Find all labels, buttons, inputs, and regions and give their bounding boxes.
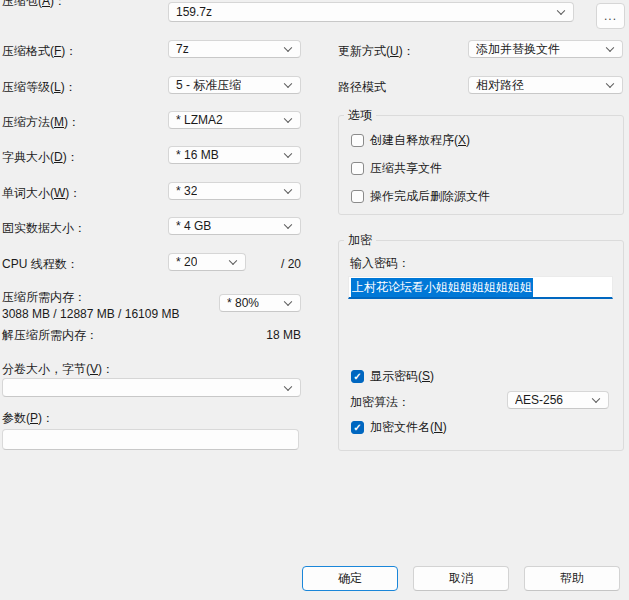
chevron-down-icon <box>284 185 292 193</box>
level-label: 压缩等级(L)： <box>2 80 77 94</box>
update-mode-label: 更新方式(U)： <box>338 44 415 58</box>
create-sfx-checkbox[interactable]: 创建自释放程序(X) <box>351 132 470 149</box>
chevron-down-icon <box>606 43 614 51</box>
browse-button[interactable]: ... <box>596 3 625 29</box>
chevron-down-icon <box>284 114 292 122</box>
archive-name-combo[interactable]: 159.7z <box>168 2 574 22</box>
dictionary-size-combo[interactable]: * 16 MB <box>168 146 301 164</box>
path-mode-label: 路径模式 <box>338 80 386 94</box>
chevron-down-icon <box>592 394 600 402</box>
volume-size-combo[interactable] <box>2 378 301 397</box>
chevron-down-icon <box>606 79 614 87</box>
cpu-threads-combo[interactable]: * 20 <box>168 253 246 271</box>
password-selected-text: 上村花论坛看小姐姐姐姐姐姐姐姐 <box>351 278 533 297</box>
encrypt-filenames-label: 加密文件名(N) <box>370 419 447 436</box>
checkbox-checked-icon[interactable]: ✓ <box>351 370 364 383</box>
checkbox-unchecked-icon[interactable] <box>351 134 364 147</box>
format-label: 压缩格式(F)： <box>2 44 77 58</box>
word-size-label: 单词大小(W)： <box>2 186 81 200</box>
password-label: 输入密码： <box>350 256 410 270</box>
path-mode-combo[interactable]: 相对路径 <box>468 76 623 94</box>
parameters-label: 参数(P)： <box>2 411 54 425</box>
method-label: 压缩方法(M)： <box>2 115 80 129</box>
encryption-method-combo[interactable]: AES-256 <box>507 391 609 409</box>
chevron-down-icon <box>284 297 292 305</box>
encrypt-filenames-checkbox[interactable]: ✓ 加密文件名(N) <box>351 419 447 436</box>
delete-after-compress-checkbox[interactable]: 操作完成后删除源文件 <box>351 188 490 205</box>
memory-usage-combo[interactable]: * 80% <box>219 294 301 312</box>
volume-size-label: 分卷大小，字节(V)： <box>2 362 114 376</box>
show-password-checkbox[interactable]: ✓ 显示密码(S) <box>351 368 434 385</box>
chevron-down-icon <box>284 382 292 390</box>
checkbox-unchecked-icon[interactable] <box>351 190 364 203</box>
checkbox-checked-icon[interactable]: ✓ <box>351 421 364 434</box>
checkbox-unchecked-icon[interactable] <box>351 162 364 175</box>
cancel-button[interactable]: 取消 <box>413 566 509 591</box>
options-group-title: 选项 <box>344 108 376 122</box>
memory-compress-detail: 3088 MB / 12887 MB / 16109 MB <box>2 307 179 321</box>
create-sfx-label: 创建自释放程序(X) <box>370 132 470 149</box>
archive-name-label: 压缩包(A)： <box>2 0 66 8</box>
archive-name-value: 159.7z <box>176 5 212 19</box>
cpu-threads-label: CPU 线程数： <box>2 257 79 271</box>
password-input[interactable]: 上村花论坛看小姐姐姐姐姐姐姐姐 <box>348 276 613 299</box>
level-combo[interactable]: 5 - 标准压缩 <box>168 76 301 94</box>
encryption-group-title: 加密 <box>344 233 376 247</box>
solid-block-size-label: 固实数据大小： <box>2 221 86 235</box>
chevron-down-icon <box>284 79 292 87</box>
compress-shared-label: 压缩共享文件 <box>370 160 442 177</box>
memory-decompress-value: 18 MB <box>201 328 301 342</box>
memory-decompress-label: 解压缩所需内存： <box>2 328 98 342</box>
chevron-down-icon <box>284 149 292 157</box>
parameters-input[interactable] <box>2 429 299 450</box>
delete-after-compress-label: 操作完成后删除源文件 <box>370 188 490 205</box>
compress-shared-checkbox[interactable]: 压缩共享文件 <box>351 160 442 177</box>
chevron-down-icon <box>284 220 292 228</box>
update-mode-combo[interactable]: 添加并替换文件 <box>468 40 623 58</box>
solid-block-size-combo[interactable]: * 4 GB <box>168 217 301 235</box>
format-combo[interactable]: 7z <box>168 40 301 58</box>
encryption-method-label: 加密算法： <box>350 395 410 409</box>
cpu-threads-max: / 20 <box>281 257 301 271</box>
dictionary-size-label: 字典大小(D)： <box>2 150 79 164</box>
help-button[interactable]: 帮助 <box>524 566 620 591</box>
memory-compress-label: 压缩所需内存： <box>2 290 86 304</box>
chevron-down-icon <box>229 256 237 264</box>
chevron-down-icon <box>557 6 565 14</box>
show-password-label: 显示密码(S) <box>370 368 434 385</box>
chevron-down-icon <box>284 43 292 51</box>
word-size-combo[interactable]: * 32 <box>168 182 301 200</box>
ok-button[interactable]: 确定 <box>302 566 398 591</box>
method-combo[interactable]: * LZMA2 <box>168 111 301 129</box>
